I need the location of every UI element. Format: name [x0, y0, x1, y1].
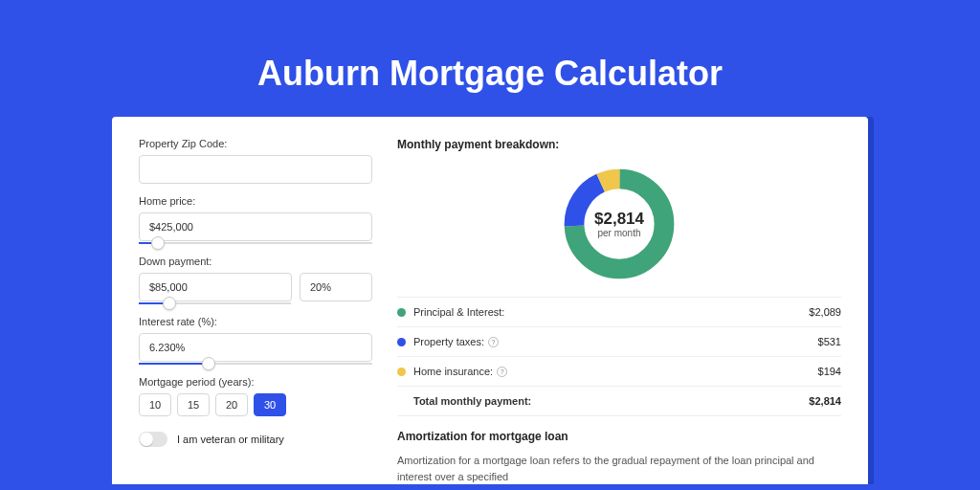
- toggle-knob-icon: [140, 433, 153, 446]
- zip-input[interactable]: [139, 155, 372, 184]
- amortization-title: Amortization for mortgage loan: [397, 430, 841, 443]
- slider-thumb-icon[interactable]: [163, 297, 176, 310]
- donut-amount: $2,814: [594, 210, 644, 229]
- interest-slider[interactable]: [139, 363, 372, 365]
- period-button-15[interactable]: 15: [177, 393, 210, 416]
- legend-dot-icon: [397, 368, 406, 376]
- down-payment-field: Down payment:: [139, 256, 372, 304]
- interest-label: Interest rate (%):: [139, 316, 372, 327]
- calculator-card: Property Zip Code: Home price: Down paym…: [112, 117, 868, 484]
- legend-dot-icon: [397, 338, 406, 346]
- slider-thumb-icon[interactable]: [202, 357, 215, 370]
- down-payment-input[interactable]: [139, 273, 292, 301]
- breakdown-column: Monthly payment breakdown: $2,814 per mo…: [397, 138, 841, 484]
- period-button-20[interactable]: 20: [215, 393, 248, 416]
- info-icon[interactable]: ?: [488, 337, 499, 347]
- interest-input[interactable]: [139, 333, 372, 362]
- legend-row-property_taxes: Property taxes: ?$531: [397, 327, 841, 357]
- legend-label: Total monthly payment:: [413, 395, 809, 407]
- legend-label: Home insurance: ?: [413, 366, 818, 377]
- home-price-field: Home price:: [139, 195, 372, 244]
- legend-label: Property taxes: ?: [413, 336, 818, 347]
- legend-row-principal_interest: Principal & Interest:$2,089: [397, 298, 841, 327]
- amortization-text: Amortization for a mortgage loan refers …: [397, 453, 841, 484]
- slider-thumb-icon[interactable]: [151, 236, 165, 250]
- legend-value: $194: [818, 366, 841, 377]
- home-price-slider[interactable]: [139, 242, 372, 244]
- legend-value: $531: [818, 336, 841, 347]
- legend-label: Principal & Interest:: [413, 306, 809, 318]
- page-title: Auburn Mortgage Calculator: [0, 0, 980, 117]
- breakdown-title: Monthly payment breakdown:: [397, 138, 841, 151]
- home-price-input[interactable]: [139, 212, 372, 241]
- down-payment-label: Down payment:: [139, 256, 372, 267]
- legend-row-total: Total monthly payment:$2,814: [397, 387, 841, 416]
- info-icon[interactable]: ?: [497, 367, 507, 377]
- amortization-section: Amortization for mortgage loan Amortizat…: [397, 430, 841, 484]
- legend-value: $2,814: [809, 395, 841, 407]
- down-payment-slider[interactable]: [139, 302, 291, 304]
- form-column: Property Zip Code: Home price: Down paym…: [139, 138, 372, 484]
- period-field: Mortgage period (years): 10152030: [139, 376, 372, 416]
- period-label: Mortgage period (years):: [139, 376, 372, 388]
- period-button-group: 10152030: [139, 393, 372, 416]
- down-payment-pct-input[interactable]: [300, 273, 372, 301]
- donut-caption: per month: [597, 228, 640, 238]
- home-price-label: Home price:: [139, 195, 372, 207]
- donut-chart: $2,814 per month: [397, 161, 841, 297]
- period-button-10[interactable]: 10: [139, 393, 171, 416]
- veteran-toggle[interactable]: [139, 432, 167, 447]
- interest-field: Interest rate (%):: [139, 316, 372, 365]
- legend-value: $2,089: [809, 306, 841, 318]
- legend-dot-icon: [397, 308, 406, 317]
- legend: Principal & Interest:$2,089Property taxe…: [397, 297, 841, 416]
- zip-field: Property Zip Code:: [139, 138, 372, 184]
- legend-row-home_insurance: Home insurance: ?$194: [397, 357, 841, 387]
- period-button-30[interactable]: 30: [254, 393, 286, 416]
- veteran-field: I am veteran or military: [139, 432, 372, 447]
- veteran-label: I am veteran or military: [177, 434, 284, 445]
- zip-label: Property Zip Code:: [139, 138, 372, 149]
